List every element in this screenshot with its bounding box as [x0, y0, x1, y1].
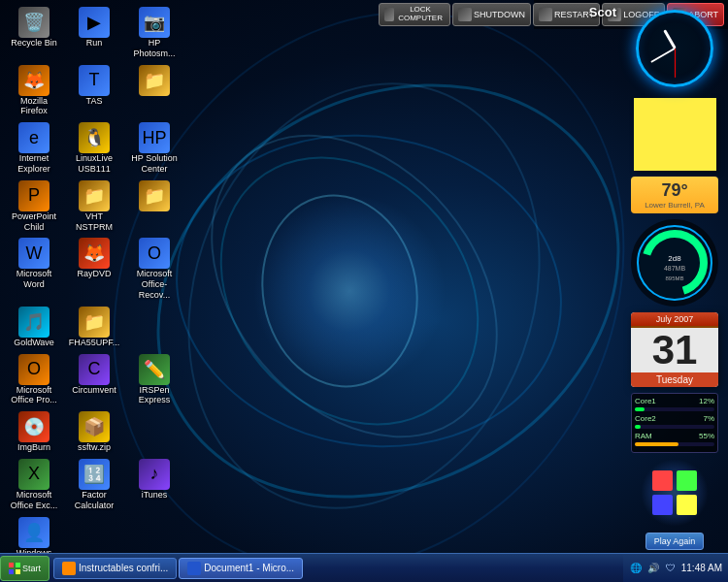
excel-icon[interactable]: X Microsoft Office Exc...: [5, 457, 63, 513]
office-recov-img: O: [139, 238, 170, 269]
ie-icon[interactable]: e Internet Explorer: [5, 120, 63, 177]
fha-icon[interactable]: 📁 FHA55UPF...: [65, 305, 123, 350]
calendar-weekday: Tuesday: [631, 372, 718, 387]
word-icon[interactable]: W Microsoft Word: [5, 236, 63, 302]
ppt-icon[interactable]: P PowerPoint Child: [5, 178, 63, 235]
folder1-img: 📁: [139, 65, 170, 96]
office-pro-img: O: [18, 354, 50, 385]
lock-computer-button[interactable]: LOCK COMPUTER: [379, 3, 450, 26]
ppt-img: P: [18, 180, 50, 211]
taskbar-item-instructables-icon: [62, 562, 76, 575]
tas-img: T: [79, 65, 110, 96]
circumvent-img: C: [79, 354, 110, 385]
ram-value: 55%: [699, 432, 714, 440]
username-display: Scot: [589, 5, 616, 19]
volume-tray-icon: 🔊: [646, 562, 660, 575]
ssftw-icon[interactable]: 📦 ssftw.zip: [65, 409, 123, 455]
recycle-bin-icon[interactable]: 🗑️ Recycle Bin: [5, 5, 63, 61]
desktop: LOCK COMPUTER SHUTDOWN RESTART LOGOFF AB…: [0, 0, 728, 582]
clock-second-hand: [675, 48, 676, 78]
clock-minute-hand: [650, 48, 675, 63]
windows-logo-widget: [641, 459, 709, 527]
core2-row: Core2 7%: [635, 414, 714, 423]
weather-location: Lower Burrell, PA: [635, 201, 714, 210]
windows-start-icon: [9, 563, 20, 574]
factor-calc-img: 🔢: [79, 459, 110, 490]
svg-text:895MB: 895MB: [665, 275, 683, 281]
firefox-img: 🦊: [18, 65, 50, 96]
core1-row: Core1 12%: [635, 397, 714, 405]
goldwave-img: 🎵: [18, 307, 50, 338]
taskbar-item-document-icon: [187, 562, 201, 575]
svg-rect-8: [677, 495, 697, 515]
svg-rect-12: [16, 569, 20, 574]
core2-value: 7%: [703, 414, 714, 423]
factor-calc-icon[interactable]: 🔢 Factor Calculator: [65, 457, 123, 513]
core1-label: Core1: [635, 397, 656, 405]
disk-gauge-svg: 2d8 487MB 895MB: [632, 220, 717, 306]
run-icon[interactable]: ▶ Run: [65, 5, 123, 61]
ram-label: RAM: [635, 432, 652, 440]
folder2-img: 📁: [139, 180, 170, 211]
taskbar: Start Instructables confri... Document1 …: [0, 553, 728, 582]
imgburn-icon[interactable]: 💿 ImgBurn: [5, 409, 63, 455]
calendar-month: July 2007: [631, 312, 718, 328]
folder2-icon[interactable]: 📁: [125, 178, 183, 235]
windows-logo-svg: [650, 469, 699, 517]
firefox-icon[interactable]: 🦊 Mozilla Firefox: [5, 63, 63, 119]
hp-solution-icon[interactable]: HP HP Solution Center: [125, 120, 183, 177]
folder1-icon[interactable]: 📁: [125, 63, 183, 119]
vht-img: 📁: [79, 180, 110, 211]
icon-row-8: 💿 ImgBurn 📦 ssftw.zip: [5, 409, 209, 455]
linuxlive-icon[interactable]: 🐧 LinuxLive USB111: [65, 120, 123, 177]
circumvent-icon[interactable]: C Circumvent: [65, 352, 123, 408]
weather-widget: 79° Lower Burrell, PA: [631, 177, 718, 213]
taskbar-item-instructables[interactable]: Instructables confri...: [53, 558, 177, 579]
core1-fill: [635, 407, 645, 411]
svg-rect-5: [652, 470, 673, 491]
excel-img: X: [18, 459, 50, 490]
clock-face: [636, 10, 713, 87]
core1-bar: [635, 407, 714, 411]
start-button[interactable]: Start: [0, 556, 50, 581]
desktop-icons-area: 🗑️ Recycle Bin ▶ Run 📷 HP Photosm... 🦊 M…: [5, 5, 209, 582]
vht-icon[interactable]: 📁 VHT NSTPRM: [65, 178, 123, 235]
hp-sol-img: HP: [139, 122, 170, 153]
office-pro-icon[interactable]: O Microsoft Office Pro...: [5, 352, 63, 408]
recycle-bin-img: 🗑️: [18, 7, 50, 38]
icon-row-3: e Internet Explorer 🐧 LinuxLive USB111 H…: [5, 120, 209, 177]
sticky-note[interactable]: [634, 98, 716, 171]
core2-label: Core2: [635, 414, 656, 423]
ram-fill: [635, 442, 678, 446]
ram-row: RAM 55%: [635, 432, 714, 440]
ram-bar: [635, 442, 714, 446]
hp-img: 📷: [139, 7, 170, 38]
taskbar-tray: 🌐 🔊 🛡 11:48 AM: [623, 554, 728, 582]
imgburn-img: 💿: [18, 411, 50, 442]
taskbar-item-document[interactable]: Document1 - Micro...: [179, 558, 303, 579]
svg-rect-9: [9, 563, 14, 567]
svg-rect-10: [16, 563, 20, 567]
irspen-icon[interactable]: ✏️ IRSPen Express: [125, 352, 183, 408]
office-recov-icon[interactable]: O Microsoft Office-Recov...: [125, 236, 183, 302]
network-tray-icon: 🌐: [629, 562, 643, 575]
ssftw-img: 📦: [79, 411, 110, 442]
linuxlive-img: 🐧: [79, 122, 110, 153]
core2-fill: [635, 425, 641, 429]
raydvd-icon[interactable]: 🦊 RayDVD: [65, 236, 123, 302]
clock-hands: [639, 13, 711, 84]
calendar-widget: July 2007 31 Tuesday: [631, 312, 718, 387]
svg-rect-7: [652, 495, 673, 515]
win-addr-img: 👤: [18, 517, 50, 548]
irspen-img: ✏️: [139, 354, 170, 385]
shutdown-button[interactable]: SHUTDOWN: [452, 3, 531, 26]
ie-img: e: [18, 122, 50, 153]
goldwave-icon[interactable]: 🎵 GoldWave: [5, 305, 63, 350]
itunes-icon[interactable]: ♪ iTunes: [125, 457, 183, 513]
taskbar-items: Instructables confri... Document1 - Micr…: [50, 558, 623, 579]
tas-icon[interactable]: T TAS: [65, 63, 123, 119]
icon-row-9: X Microsoft Office Exc... 🔢 Factor Calcu…: [5, 457, 209, 513]
run-img: ▶: [79, 7, 110, 38]
hp-photosmart-icon[interactable]: 📷 HP Photosm...: [125, 5, 183, 61]
play-again-button[interactable]: Play Again: [645, 533, 705, 550]
